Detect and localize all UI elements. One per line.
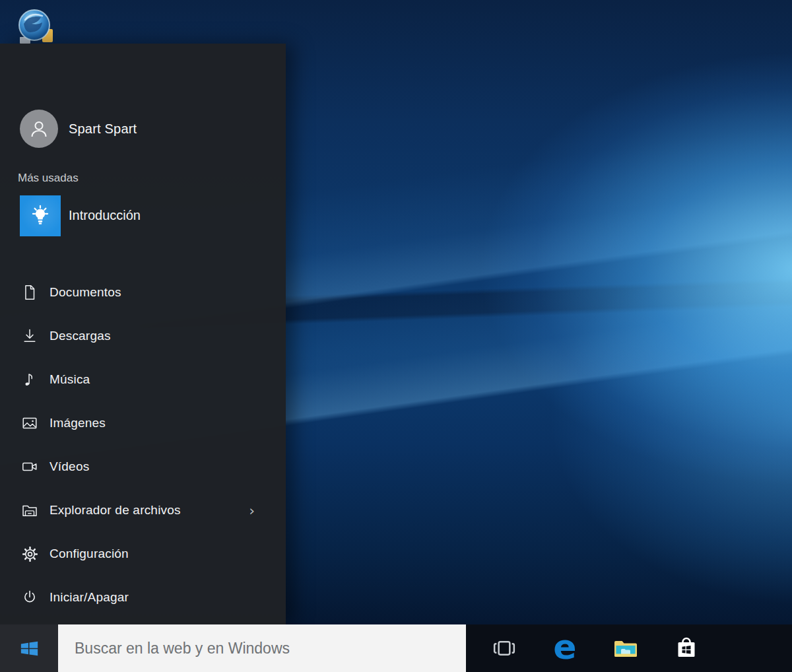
search-input[interactable] <box>58 624 466 672</box>
menu-item-label: Configuración <box>50 547 129 561</box>
menu-item-label: Música <box>50 372 90 387</box>
edge-button[interactable]: e <box>552 624 578 672</box>
image-icon <box>21 415 38 432</box>
task-view-icon <box>491 635 517 661</box>
menu-item-label: Descargas <box>50 329 111 343</box>
menu-item-imagenes[interactable]: Imágenes <box>0 401 286 445</box>
menu-item-label: Vídeos <box>50 459 89 474</box>
start-button[interactable] <box>0 624 58 672</box>
taskbar-search[interactable] <box>58 624 466 672</box>
file-explorer-icon <box>612 634 639 662</box>
menu-item-label: Explorador de archivos <box>50 503 181 518</box>
most-used-header: Más usadas <box>18 172 79 185</box>
user-icon <box>28 118 50 140</box>
windows-logo-icon <box>19 638 40 659</box>
task-view-button[interactable] <box>491 624 517 672</box>
taskbar-app-buttons: e <box>491 624 700 672</box>
menu-item-label: Documentos <box>50 285 121 300</box>
music-note-icon <box>21 371 38 388</box>
app-tile[interactable] <box>20 195 61 236</box>
document-icon <box>21 284 38 301</box>
menu-item-configuracion[interactable]: Configuración <box>0 532 286 576</box>
most-used-item-label: Introducción <box>69 208 141 223</box>
menu-item-descargas[interactable]: Descargas <box>0 314 286 358</box>
chevron-right-icon[interactable]: › <box>249 502 255 519</box>
taskbar: e <box>0 624 792 672</box>
power-icon <box>21 589 38 606</box>
start-menu-nav: Documentos Descargas Música <box>0 271 286 663</box>
menu-item-documentos[interactable]: Documentos <box>0 271 286 314</box>
thunderbird-icon <box>16 4 58 46</box>
folder-icon <box>21 502 38 519</box>
gear-icon <box>21 545 39 563</box>
store-button[interactable] <box>673 624 700 672</box>
menu-item-iniciar-apagar[interactable]: Iniciar/Apagar <box>0 576 286 619</box>
edge-icon: e <box>553 630 576 664</box>
download-icon <box>21 327 38 345</box>
menu-item-label: Imágenes <box>50 416 106 430</box>
menu-item-musica[interactable]: Música <box>0 358 286 401</box>
menu-item-videos[interactable]: Vídeos <box>0 445 286 488</box>
user-name: Spart Spart <box>69 121 137 137</box>
lightbulb-icon <box>28 203 53 228</box>
desktop-shortcut[interactable] <box>16 4 58 46</box>
user-account-button[interactable]: Spart Spart <box>20 109 137 149</box>
menu-item-label: Iniciar/Apagar <box>50 590 129 605</box>
start-menu-panel: Spart Spart Más usadas Introducción <box>0 44 286 624</box>
most-used-item-introduccion[interactable]: Introducción <box>20 195 141 236</box>
store-icon <box>673 634 700 662</box>
file-explorer-button[interactable] <box>612 624 639 672</box>
avatar <box>20 110 58 148</box>
menu-item-explorador[interactable]: Explorador de archivos › <box>0 488 286 532</box>
video-camera-icon <box>21 458 38 475</box>
